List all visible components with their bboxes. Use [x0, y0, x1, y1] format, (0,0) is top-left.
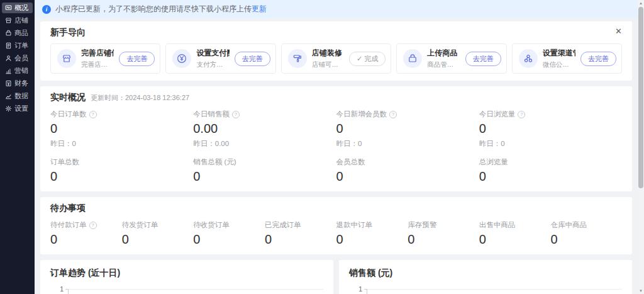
- stat-label-text: 库存预警: [408, 221, 436, 229]
- sidebar-item-member[interactable]: 会员: [2, 53, 33, 64]
- sidebar-item-settings[interactable]: 设置: [2, 103, 33, 114]
- stat-label-text: 订单总数: [50, 158, 79, 166]
- stat-value: 0: [479, 169, 622, 183]
- stat-today-members: 今日新增会员数?0昨日：0: [336, 110, 479, 149]
- realtime-panel-title: 实时概况: [50, 92, 86, 103]
- content-area: 新手导向 ✕ 完善店铺信息完善店铺基础信息等去完善设置支付配置支付方式配置(支付…: [35, 18, 638, 294]
- order-icon: [5, 42, 12, 49]
- data-icon: [5, 93, 12, 99]
- stat-label: 今日销售额?: [193, 110, 336, 118]
- help-icon[interactable]: ?: [232, 111, 240, 118]
- y-axis-labels: 10.80.60.4: [349, 289, 367, 294]
- main-area: i 小程序已更新，为了不影响您的使用请尽快下载小程序上传更新 新手导向 ✕ 完善…: [35, 0, 638, 294]
- guide-card-subtitle: 微信公众号/微信小程序: [543, 60, 575, 69]
- stat-on-sale-goods: 出售中商品0: [479, 221, 551, 246]
- order-trend-chart-panel: 订单趋势 (近十日)10.80.60.4: [40, 260, 333, 294]
- guide-card-title: 上传商品: [427, 48, 460, 59]
- guide-card-payment: 设置支付配置支付方式配置(支付宝/微信)去完善: [165, 43, 275, 74]
- stat-value: 0: [408, 232, 479, 246]
- guide-cards-row: 完善店铺信息完善店铺基础信息等去完善设置支付配置支付方式配置(支付宝/微信)去完…: [50, 43, 622, 74]
- stat-value: 0: [122, 232, 194, 246]
- chart-plot: [68, 289, 323, 294]
- guide-card-upload-goods: 上传商品商品管理中添加商品上传去完善: [396, 43, 506, 74]
- stat-label: 今日浏览量?: [479, 110, 622, 118]
- stat-pending-shipment: 待发货订单0: [122, 221, 194, 246]
- stat-label-text: 今日浏览量: [479, 110, 516, 118]
- pay-icon: [172, 49, 191, 68]
- guide-card-title: 完善店铺信息: [81, 48, 114, 59]
- guide-action-button[interactable]: 去完善: [235, 52, 270, 66]
- stat-today-views: 今日浏览量?0昨日：0: [479, 110, 622, 149]
- help-icon[interactable]: ?: [89, 111, 97, 118]
- stat-value: 0: [265, 232, 336, 246]
- stat-completed-orders: 已完成订单0: [265, 221, 336, 246]
- guide-card-text: 完善店铺信息完善店铺基础信息等: [81, 48, 114, 69]
- member-icon: [5, 55, 12, 62]
- help-icon[interactable]: ?: [89, 222, 97, 229]
- bag-icon: [403, 49, 422, 68]
- chart-plot: [367, 289, 622, 294]
- stat-total-sales: 销售总额 (元)0: [193, 158, 336, 183]
- scrollbar-down-icon[interactable]: ▼: [638, 289, 644, 293]
- stat-value: 0: [336, 232, 408, 246]
- close-icon[interactable]: ✕: [615, 27, 622, 35]
- stat-label-text: 仓库中商品: [550, 221, 587, 229]
- stat-value: 0: [193, 232, 265, 246]
- totals-stats-grid: 订单总数0销售总额 (元)0会员总数0总浏览量0: [50, 158, 622, 183]
- stat-label-text: 待发货订单: [122, 221, 158, 229]
- stat-value: 0: [193, 169, 336, 183]
- guide-card-subtitle: 店铺可实现自定义模板装修: [312, 60, 344, 69]
- scrollbar[interactable]: ▲ ▼: [638, 0, 644, 294]
- finance-icon: [5, 80, 12, 87]
- realtime-panel-head: 实时概况 更新时间：2024-03-18 12:36:27: [50, 92, 622, 103]
- scrollbar-thumb[interactable]: [638, 7, 643, 188]
- sidebar-item-label: 店铺: [14, 16, 28, 25]
- stat-label-text: 今日订单数: [50, 110, 87, 118]
- sidebar-item-data[interactable]: 数据: [2, 91, 33, 101]
- stat-value: 0: [550, 232, 622, 246]
- sidebar-item-shop[interactable]: 店铺: [2, 15, 33, 26]
- stat-total-views: 总浏览量0: [479, 158, 622, 183]
- guide-action-button[interactable]: 去完善: [580, 52, 616, 66]
- stat-label: 出售中商品: [479, 221, 551, 229]
- stat-label: 今日订单数?: [50, 110, 193, 118]
- y-axis-labels: 10.80.60.4: [50, 289, 68, 294]
- guide-action-button[interactable]: 去完善: [119, 52, 155, 66]
- stat-label: 销售总额 (元): [193, 158, 336, 166]
- guide-action-button[interactable]: 去完善: [465, 52, 501, 66]
- stat-stock-warning: 库存预警0: [408, 221, 479, 246]
- today-stats-grid: 今日订单数?0昨日：0今日销售额?0.00昨日：0.00今日新增会员数?0昨日：…: [50, 110, 622, 149]
- dashboard-icon: [5, 4, 12, 11]
- sidebar-item-goods[interactable]: 商品: [2, 28, 33, 38]
- stat-value: 0: [50, 232, 122, 246]
- stat-sub: 昨日：0: [336, 139, 479, 149]
- notice-bar: i 小程序已更新，为了不影响您的使用请尽快下载小程序上传更新: [35, 0, 638, 18]
- sidebar-item-order[interactable]: 订单: [2, 40, 33, 51]
- guide-done-badge: ✓ 完成: [349, 52, 386, 66]
- help-icon[interactable]: ?: [518, 111, 525, 118]
- sidebar-item-finance[interactable]: 财务: [2, 78, 33, 89]
- newbie-guide-panel: 新手导向 ✕ 完善店铺信息完善店铺基础信息等去完善设置支付配置支付方式配置(支付…: [40, 21, 632, 81]
- stat-total-orders: 订单总数0: [50, 158, 193, 183]
- channels-icon: [519, 49, 538, 68]
- guide-card-store-info: 完善店铺信息完善店铺基础信息等去完善: [50, 43, 160, 74]
- guide-card-channel: 设置渠道管理微信公众号/微信小程序去完善: [512, 43, 622, 74]
- scrollbar-up-icon[interactable]: ▲: [638, 1, 644, 5]
- stat-label-text: 退款中订单: [336, 221, 373, 229]
- sidebar-item-dashboard[interactable]: 概况: [2, 3, 33, 13]
- stat-label: 今日新增会员数?: [336, 110, 479, 118]
- help-icon[interactable]: ?: [389, 111, 397, 118]
- stat-label-text: 待收货订单: [193, 221, 230, 229]
- shop-icon: [5, 17, 12, 24]
- stat-value: 0: [50, 169, 193, 183]
- gridline: [367, 289, 622, 290]
- chart-title: 订单趋势 (近十日): [50, 268, 323, 279]
- sidebar-item-label: 会员: [14, 54, 28, 63]
- sidebar-item-marketing[interactable]: 营销: [2, 65, 33, 76]
- guide-card-title: 设置渠道管理: [543, 48, 575, 59]
- gridline: [69, 289, 323, 290]
- stat-value: 0: [336, 169, 479, 183]
- notice-update-link[interactable]: 更新: [252, 4, 267, 13]
- stat-label: 已完成订单: [265, 221, 336, 229]
- stat-label: 订单总数: [50, 158, 193, 166]
